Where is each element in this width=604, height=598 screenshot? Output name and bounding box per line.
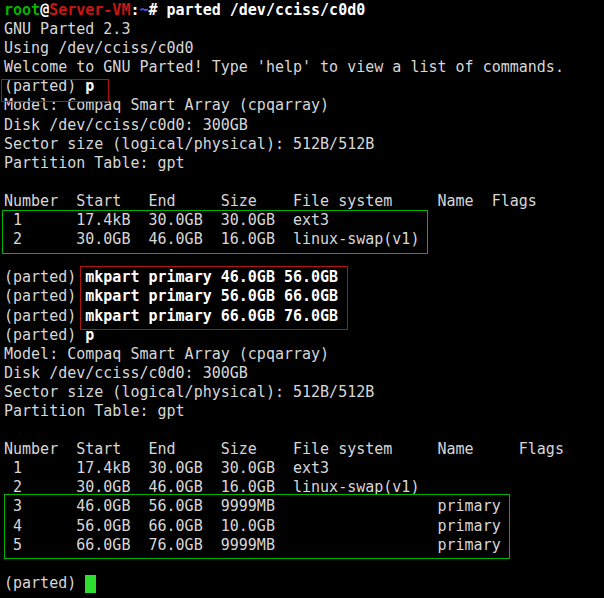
terminal-line: 5 66.0GB 76.0GB 9999MB primary	[4, 536, 604, 555]
terminal-line	[4, 249, 604, 268]
terminal-text-segment: (parted)	[4, 268, 85, 286]
terminal-text-segment: mkpart primary 66.0GB 76.0GB	[85, 307, 338, 325]
terminal-text-segment: Model: Compaq Smart Array (cpqarray)	[4, 345, 329, 363]
terminal-text-segment: @	[40, 1, 49, 19]
terminal-text-segment: 5 66.0GB 76.0GB 9999MB primary	[4, 536, 501, 554]
terminal-line: Number Start End Size File system Name F…	[4, 440, 604, 459]
terminal-line: root@Server-VM:~# parted /dev/cciss/c0d0	[4, 1, 604, 20]
terminal-text-segment: Server-VM	[49, 1, 130, 19]
terminal-line: (parted) mkpart primary 46.0GB 56.0GB	[4, 268, 604, 287]
terminal-text-segment: 1 17.4kB 30.0GB 30.0GB ext3	[4, 211, 329, 229]
terminal-text-segment: Sector size (logical/physical): 512B/512…	[4, 383, 374, 401]
terminal-line: 2 30.0GB 46.0GB 16.0GB linux-swap(v1)	[4, 478, 604, 497]
terminal-text-segment: 1 17.4kB 30.0GB 30.0GB ext3	[4, 459, 329, 477]
terminal-text-segment: Disk /dev/cciss/c0d0: 300GB	[4, 116, 248, 134]
terminal-text-segment: (parted)	[4, 307, 85, 325]
terminal-line: (parted) mkpart primary 56.0GB 66.0GB	[4, 287, 604, 306]
terminal-text-segment: Number Start End Size File system Name F…	[4, 192, 537, 210]
terminal-line: Partition Table: gpt	[4, 402, 604, 421]
terminal-line: Partition Table: gpt	[4, 154, 604, 173]
terminal-line: Sector size (logical/physical): 512B/512…	[4, 383, 604, 402]
terminal-text-segment: Partition Table: gpt	[4, 154, 185, 172]
terminal-text-segment: (parted)	[4, 77, 85, 95]
terminal-line: Model: Compaq Smart Array (cpqarray)	[4, 345, 604, 364]
terminal-line: Using /dev/cciss/c0d0	[4, 39, 604, 58]
terminal-line: Number Start End Size File system Name F…	[4, 192, 604, 211]
terminal-text-segment: Number Start End Size File system Name F…	[4, 440, 564, 458]
terminal-line: (parted) p	[4, 77, 604, 96]
terminal-output: root@Server-VM:~# parted /dev/cciss/c0d0…	[4, 1, 604, 593]
terminal-line: 2 30.0GB 46.0GB 16.0GB linux-swap(v1)	[4, 230, 604, 249]
terminal-text-segment: Welcome to GNU Parted! Type 'help' to vi…	[4, 58, 564, 76]
terminal-text-segment: GNU Parted 2.3	[4, 20, 130, 38]
terminal-text-segment: mkpart primary 46.0GB 56.0GB	[85, 268, 338, 286]
terminal-text-segment: parted /dev/cciss/c0d0	[167, 1, 366, 19]
terminal-text-segment: p	[85, 77, 94, 95]
terminal-line	[4, 555, 604, 574]
terminal-line: 1 17.4kB 30.0GB 30.0GB ext3	[4, 211, 604, 230]
terminal-line: Model: Compaq Smart Array (cpqarray)	[4, 96, 604, 115]
terminal-text-segment: 3 46.0GB 56.0GB 9999MB primary	[4, 497, 501, 515]
terminal-line	[4, 421, 604, 440]
terminal-line: Sector size (logical/physical): 512B/512…	[4, 135, 604, 154]
terminal-text-segment: (parted)	[4, 326, 85, 344]
terminal-line: 3 46.0GB 56.0GB 9999MB primary	[4, 497, 604, 516]
terminal-text-segment: Using /dev/cciss/c0d0	[4, 39, 194, 57]
terminal-text-segment: Sector size (logical/physical): 512B/512…	[4, 135, 374, 153]
terminal-text-segment: #	[149, 1, 167, 19]
terminal-text-segment: 4 56.0GB 66.0GB 10.0GB primary	[4, 517, 501, 535]
terminal-line: 1 17.4kB 30.0GB 30.0GB ext3	[4, 459, 604, 478]
terminal-text-segment: Partition Table: gpt	[4, 402, 185, 420]
terminal-line	[4, 173, 604, 192]
terminal-text-segment: (parted)	[4, 574, 85, 592]
terminal-text-segment: Disk /dev/cciss/c0d0: 300GB	[4, 364, 248, 382]
terminal-text-segment: Model: Compaq Smart Array (cpqarray)	[4, 96, 329, 114]
terminal-text-segment: 2 30.0GB 46.0GB 16.0GB linux-swap(v1)	[4, 230, 419, 248]
terminal-text-segment: (parted)	[4, 287, 85, 305]
terminal-text-segment: 2 30.0GB 46.0GB 16.0GB linux-swap(v1)	[4, 478, 419, 496]
terminal-window[interactable]: root@Server-VM:~# parted /dev/cciss/c0d0…	[0, 0, 604, 598]
terminal-line: Welcome to GNU Parted! Type 'help' to vi…	[4, 58, 604, 77]
terminal-line: Disk /dev/cciss/c0d0: 300GB	[4, 364, 604, 383]
terminal-line: GNU Parted 2.3	[4, 20, 604, 39]
terminal-line: 4 56.0GB 66.0GB 10.0GB primary	[4, 517, 604, 536]
terminal-line: Disk /dev/cciss/c0d0: 300GB	[4, 116, 604, 135]
terminal-text-segment: mkpart primary 56.0GB 66.0GB	[85, 287, 338, 305]
terminal-text-segment: ~	[139, 1, 148, 19]
terminal-text-segment: p	[85, 326, 94, 344]
terminal-cursor	[85, 575, 96, 593]
terminal-text-segment: root	[4, 1, 40, 19]
terminal-line: (parted) mkpart primary 66.0GB 76.0GB	[4, 307, 604, 326]
terminal-line: (parted) p	[4, 326, 604, 345]
